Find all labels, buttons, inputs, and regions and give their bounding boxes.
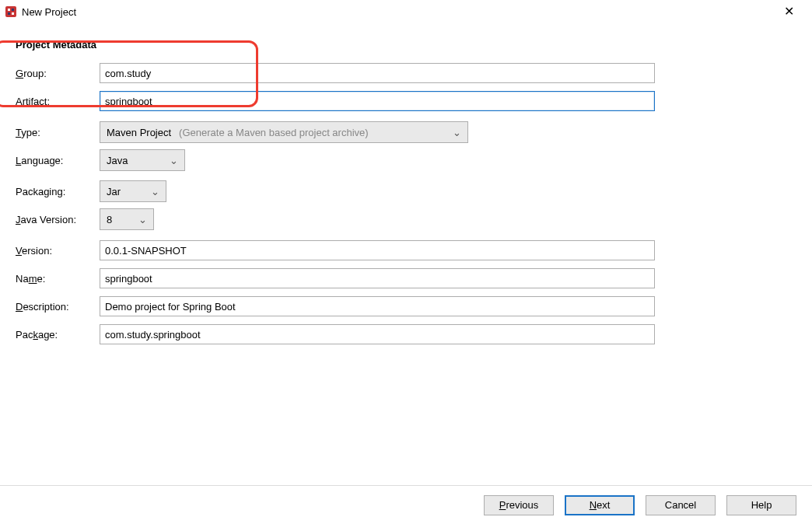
svg-rect-0 bbox=[5, 6, 16, 17]
language-select-value: Java bbox=[107, 155, 128, 166]
description-input[interactable] bbox=[100, 296, 655, 316]
java-version-select[interactable]: 8 ⌄ bbox=[100, 208, 154, 230]
row-java-version: Java Version: 8 ⌄ bbox=[16, 208, 796, 231]
chevron-down-icon: ⌄ bbox=[138, 214, 147, 225]
row-group: Group: bbox=[16, 61, 796, 85]
form: Group: Artifact: Type: Maven Project (Ge… bbox=[16, 61, 796, 346]
packaging-select-value: Jar bbox=[107, 186, 121, 197]
previous-button[interactable]: Previous bbox=[484, 495, 554, 515]
help-button[interactable]: Help bbox=[726, 495, 796, 515]
row-description: Description: bbox=[16, 295, 796, 318]
cancel-button[interactable]: Cancel bbox=[646, 495, 716, 515]
type-select-hint: (Generate a Maven based project archive) bbox=[179, 127, 369, 138]
next-button[interactable]: Next bbox=[565, 495, 635, 515]
app-icon bbox=[5, 5, 17, 18]
row-version: Version: bbox=[16, 239, 796, 262]
row-packaging: Packaging: Jar ⌄ bbox=[16, 180, 796, 203]
version-input[interactable] bbox=[100, 240, 655, 260]
chevron-down-icon: ⌄ bbox=[170, 155, 178, 166]
name-input[interactable] bbox=[100, 268, 655, 288]
label-java-version: Java Version: bbox=[16, 214, 100, 225]
label-package: Package: bbox=[16, 329, 100, 341]
chevron-down-icon: ⌄ bbox=[151, 186, 159, 197]
svg-rect-3 bbox=[8, 12, 10, 15]
row-type: Type: Maven Project (Generate a Maven ba… bbox=[16, 121, 796, 144]
group-input[interactable] bbox=[100, 63, 655, 83]
type-select-value: Maven Project bbox=[107, 127, 171, 138]
window-title: New Project bbox=[22, 6, 76, 18]
row-language: Language: Java ⌄ bbox=[16, 148, 796, 172]
close-icon[interactable]: ✕ bbox=[773, 0, 804, 23]
label-version: Version: bbox=[16, 245, 100, 257]
label-type: Type: bbox=[16, 127, 100, 138]
type-select[interactable]: Maven Project (Generate a Maven based pr… bbox=[100, 121, 468, 143]
content-area: Project Metadata Group: Artifact: Type: … bbox=[0, 23, 812, 346]
packaging-select[interactable]: Jar ⌄ bbox=[100, 180, 166, 202]
row-artifact: Artifact: bbox=[16, 89, 796, 113]
java-version-select-value: 8 bbox=[107, 214, 112, 225]
label-group: Group: bbox=[16, 68, 100, 79]
svg-rect-2 bbox=[12, 9, 14, 11]
label-language: Language: bbox=[16, 155, 100, 166]
title-bar: New Project ✕ bbox=[0, 0, 812, 23]
chevron-down-icon: ⌄ bbox=[453, 127, 461, 138]
section-heading: Project Metadata bbox=[16, 39, 796, 51]
row-name: Name: bbox=[16, 267, 796, 290]
label-packaging: Packaging: bbox=[16, 186, 100, 197]
label-artifact: Artifact: bbox=[16, 96, 100, 107]
package-input[interactable] bbox=[100, 324, 655, 344]
footer-buttons: Previous Next Cancel Help bbox=[0, 485, 812, 524]
svg-rect-4 bbox=[12, 12, 14, 15]
row-package: Package: bbox=[16, 323, 796, 346]
label-description: Description: bbox=[16, 301, 100, 313]
svg-rect-1 bbox=[8, 9, 10, 11]
language-select[interactable]: Java ⌄ bbox=[100, 149, 185, 171]
label-name: Name: bbox=[16, 273, 100, 285]
artifact-input[interactable] bbox=[100, 91, 655, 111]
